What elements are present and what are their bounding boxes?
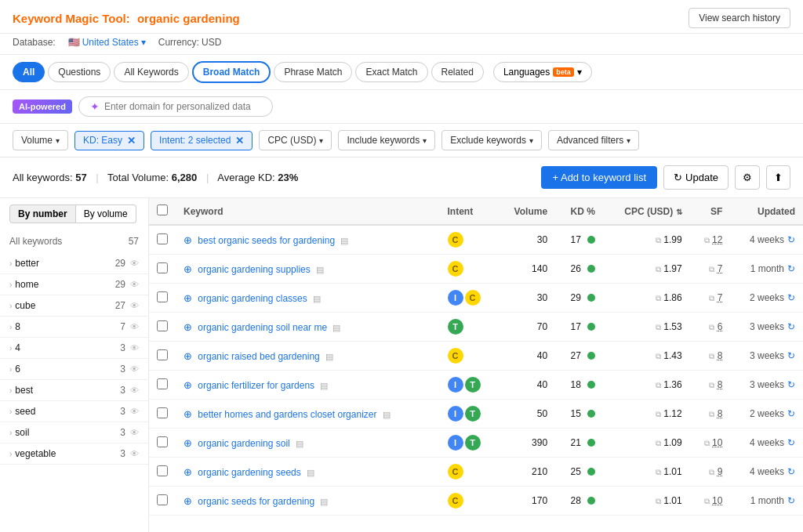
export-button[interactable]: ⬆ — [766, 165, 790, 190]
eye-icon[interactable]: 👁 — [130, 428, 139, 437]
col-sf[interactable]: SF — [690, 198, 731, 225]
sidebar-item[interactable]: › 4 3 👁 — [0, 338, 148, 359]
tab-broad-match[interactable]: Broad Match — [192, 61, 271, 83]
row-checkbox[interactable] — [157, 494, 168, 505]
row-checkbox[interactable] — [157, 378, 168, 389]
eye-icon[interactable]: 👁 — [130, 301, 139, 310]
add-keyword-icon[interactable]: ⊕ — [183, 292, 192, 304]
row-checkbox[interactable] — [157, 349, 168, 360]
sidebar-item[interactable]: › seed 3 👁 — [0, 401, 148, 422]
row-keyword-cell: ⊕ organic gardening supplies ▤ — [176, 255, 440, 284]
refresh-icon[interactable]: ↻ — [787, 234, 795, 245]
col-volume[interactable]: Volume — [497, 198, 555, 225]
table-row: ⊕ best organic seeds for gardening ▤ C 3… — [149, 225, 803, 255]
keyword-link[interactable]: organic fertilizer for gardens — [198, 380, 314, 391]
by-number-button[interactable]: By number — [9, 204, 76, 223]
intent-close-icon[interactable]: ✕ — [235, 135, 244, 147]
settings-button[interactable]: ⚙ — [735, 165, 760, 190]
add-keyword-icon[interactable]: ⊕ — [183, 234, 192, 246]
row-checkbox[interactable] — [157, 436, 168, 447]
refresh-icon[interactable]: ↻ — [787, 379, 795, 390]
keyword-link[interactable]: organic gardening soil near me — [198, 322, 327, 333]
row-checkbox[interactable] — [157, 291, 168, 302]
row-checkbox[interactable] — [157, 233, 168, 244]
add-keyword-icon[interactable]: ⊕ — [183, 379, 192, 391]
sidebar-item[interactable]: › better 29 👁 — [0, 253, 148, 274]
keyword-link[interactable]: organic gardening supplies — [198, 264, 310, 275]
refresh-icon[interactable]: ↻ — [787, 408, 795, 419]
add-keyword-icon[interactable]: ⊕ — [183, 321, 192, 333]
select-all-checkbox[interactable] — [157, 204, 168, 215]
document-icon: ▤ — [313, 294, 321, 303]
refresh-icon[interactable]: ↻ — [787, 350, 795, 361]
tab-phrase-match[interactable]: Phrase Match — [274, 62, 352, 82]
row-checkbox[interactable] — [157, 465, 168, 476]
eye-icon[interactable]: 👁 — [130, 385, 139, 395]
eye-icon[interactable]: 👁 — [130, 449, 139, 458]
ai-row: AI-powered ✦ — [0, 90, 803, 124]
exclude-keywords-filter[interactable]: Exclude keywords ▾ — [441, 130, 542, 150]
eye-icon[interactable]: 👁 — [130, 280, 139, 289]
col-updated[interactable]: Updated — [730, 198, 803, 225]
refresh-icon[interactable]: ↻ — [787, 292, 795, 303]
col-cpc[interactable]: CPC (USD) ⇅ — [603, 198, 690, 225]
eye-icon[interactable]: 👁 — [130, 343, 139, 353]
tab-related[interactable]: Related — [431, 62, 484, 82]
refresh-icon[interactable]: ↻ — [787, 495, 795, 506]
tab-all-keywords[interactable]: All Keywords — [114, 62, 188, 82]
domain-input[interactable] — [104, 101, 261, 112]
col-intent[interactable]: Intent — [440, 198, 498, 225]
eye-icon[interactable]: 👁 — [130, 364, 139, 374]
keyword-link[interactable]: organic gardening soil — [198, 438, 289, 449]
add-keyword-icon[interactable]: ⊕ — [183, 466, 192, 478]
eye-icon[interactable]: 👁 — [130, 322, 139, 331]
add-keyword-icon[interactable]: ⊕ — [183, 437, 192, 449]
add-keyword-icon[interactable]: ⊕ — [183, 263, 192, 275]
add-keyword-icon[interactable]: ⊕ — [183, 408, 192, 420]
kd-close-icon[interactable]: ✕ — [127, 135, 136, 147]
sidebar-item[interactable]: › vegetable 3 👁 — [0, 443, 148, 465]
keyword-link[interactable]: better homes and gardens closet organize… — [198, 409, 376, 420]
col-keyword[interactable]: Keyword — [176, 198, 440, 225]
row-checkbox[interactable] — [157, 320, 168, 331]
sidebar-item[interactable]: › 8 7 👁 — [0, 317, 148, 338]
add-keyword-icon[interactable]: ⊕ — [183, 495, 192, 507]
keyword-link[interactable]: organic seeds for gardening — [198, 496, 314, 507]
include-keywords-filter[interactable]: Include keywords ▾ — [338, 130, 435, 150]
sidebar-item[interactable]: › cube 27 👁 — [0, 295, 148, 317]
keyword-link[interactable]: best organic seeds for gardening — [198, 235, 335, 246]
sidebar-item[interactable]: › best 3 👁 — [0, 380, 148, 401]
languages-button[interactable]: Languages beta ▾ — [493, 62, 592, 82]
sidebar-item[interactable]: › soil 3 👁 — [0, 422, 148, 443]
sidebar-item[interactable]: › home 29 👁 — [0, 274, 148, 295]
country-selector[interactable]: 🇺🇸 United States ▾ — [68, 37, 146, 48]
eye-icon[interactable]: 👁 — [130, 259, 139, 268]
by-volume-button[interactable]: By volume — [76, 204, 136, 223]
kd-filter-tag[interactable]: KD: Easy ✕ — [74, 131, 144, 150]
keyword-link[interactable]: organic raised bed gardening — [198, 351, 319, 362]
tab-questions[interactable]: Questions — [48, 62, 111, 82]
update-button[interactable]: ↻ Update — [663, 165, 729, 190]
keyword-link[interactable]: organic gardening seeds — [198, 467, 300, 478]
eye-icon[interactable]: 👁 — [130, 407, 139, 416]
refresh-icon[interactable]: ↻ — [787, 437, 795, 448]
row-checkbox[interactable] — [157, 407, 168, 418]
row-checkbox[interactable] — [157, 262, 168, 273]
col-kd[interactable]: KD % — [555, 198, 603, 225]
volume-filter[interactable]: Volume ▾ — [13, 130, 68, 150]
advanced-filters[interactable]: Advanced filters ▾ — [548, 130, 639, 150]
view-history-button[interactable]: View search history — [689, 8, 790, 28]
refresh-icon[interactable]: ↻ — [787, 466, 795, 477]
add-keyword-icon[interactable]: ⊕ — [183, 350, 192, 362]
cpc-filter[interactable]: CPC (USD) ▾ — [259, 130, 332, 150]
keyword-link[interactable]: organic gardening classes — [198, 293, 307, 304]
refresh-icon[interactable]: ↻ — [787, 263, 795, 274]
domain-input-container[interactable]: ✦ — [78, 96, 273, 117]
intent-filter-tag[interactable]: Intent: 2 selected ✕ — [151, 131, 253, 150]
add-to-keyword-list-button[interactable]: + Add to keyword list — [541, 166, 657, 189]
refresh-icon[interactable]: ↻ — [787, 321, 795, 332]
sidebar-item[interactable]: › 6 3 👁 — [0, 359, 148, 380]
row-sf-cell: ⧉ 6 — [690, 313, 731, 342]
tab-all[interactable]: All — [13, 62, 45, 82]
tab-exact-match[interactable]: Exact Match — [355, 62, 427, 82]
